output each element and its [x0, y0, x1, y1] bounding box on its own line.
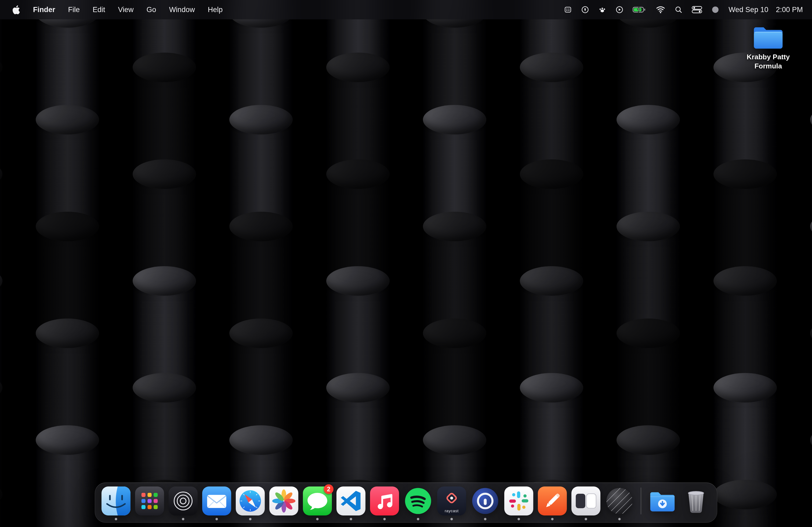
wallpaper-cylinder — [810, 318, 812, 440]
wallpaper-cylinder — [0, 160, 2, 281]
running-indicator — [249, 518, 251, 520]
dock-item-trash[interactable] — [682, 486, 710, 515]
spotlight-search-icon[interactable] — [675, 6, 683, 14]
dock-item-striped-sphere-app[interactable] — [605, 486, 634, 515]
wallpaper-cylinder — [133, 52, 196, 174]
running-indicator — [619, 518, 621, 520]
wallpaper-cylinder — [229, 318, 293, 440]
wallpaper — [0, 0, 812, 527]
dock-divider — [641, 487, 641, 514]
dock-item-music[interactable] — [370, 486, 399, 515]
running-indicator — [551, 518, 554, 520]
dock-item-launchpad[interactable] — [135, 486, 164, 515]
running-indicator — [182, 518, 185, 520]
downloads-folder-icon — [648, 486, 677, 515]
running-indicator — [484, 518, 487, 520]
menu-file[interactable]: File — [62, 6, 86, 14]
launchpad-icon — [135, 486, 164, 515]
battery-charging-icon[interactable] — [633, 6, 647, 13]
wallpaper-cylinder — [229, 212, 293, 333]
finder-icon — [102, 486, 130, 515]
wallpaper-cylinder — [713, 266, 777, 388]
running-indicator — [451, 518, 453, 520]
wallpaper-cylinder — [617, 212, 680, 333]
wallpaper-cylinder — [0, 373, 2, 494]
apple-menu-icon[interactable] — [9, 5, 23, 14]
photos-icon — [269, 486, 298, 515]
running-indicator — [518, 518, 520, 520]
menu-bar-time[interactable]: 2:00 PM — [776, 6, 803, 14]
wallpaper-cylinder — [423, 105, 486, 226]
mail-icon — [202, 486, 231, 515]
wallpaper-cylinder — [423, 318, 486, 440]
wallpaper-cylinder — [326, 160, 390, 281]
grid-icon[interactable] — [564, 6, 572, 14]
wallpaper-cylinder — [520, 160, 583, 281]
dock-item-messages[interactable]: 2 — [303, 486, 332, 515]
dock-item-safari[interactable] — [236, 486, 265, 515]
menu-bar: Finder File Edit View Go Window Help — [0, 0, 812, 19]
raycast-label: raycast — [437, 509, 466, 513]
account-circle-icon[interactable] — [711, 6, 719, 14]
keyhole-icon[interactable] — [581, 6, 589, 14]
raycast-icon: raycast — [437, 486, 466, 515]
dock-item-pen-app[interactable] — [538, 486, 567, 515]
menu-window[interactable]: Window — [163, 6, 201, 14]
running-indicator — [350, 518, 352, 520]
wallpaper-cylinder — [133, 160, 196, 281]
wallpaper-cylinder — [713, 373, 777, 494]
wallpaper-cylinder — [713, 52, 777, 174]
wallpaper-cylinder — [520, 373, 583, 494]
wallpaper-cylinder — [617, 318, 680, 440]
menu-view[interactable]: View — [112, 6, 140, 14]
concentric-rings-app-icon — [169, 486, 198, 515]
wallpaper-cylinder — [0, 266, 2, 388]
wallpaper-cylinder — [229, 105, 293, 226]
running-indicator — [115, 518, 117, 520]
paw-icon[interactable] — [598, 6, 606, 14]
wallpaper-cylinder — [0, 52, 2, 174]
wallpaper-cylinder — [520, 266, 583, 388]
play-circle-icon[interactable] — [615, 6, 624, 14]
spotify-icon — [404, 486, 433, 515]
control-center-icon[interactable] — [692, 6, 702, 14]
menu-help[interactable]: Help — [201, 6, 229, 14]
wallpaper-cylinder — [36, 105, 99, 226]
wallpaper-cylinder — [36, 212, 99, 333]
wallpaper-cylinder — [133, 266, 196, 388]
running-indicator — [316, 518, 319, 520]
wallpaper-cylinder — [326, 266, 390, 388]
desktop-screen: Finder File Edit View Go Window Help — [0, 0, 812, 527]
dock-item-concentric-rings-app[interactable] — [169, 486, 198, 515]
menu-go[interactable]: Go — [140, 6, 163, 14]
wallpaper-cylinder — [133, 373, 196, 494]
dock-item-mail[interactable] — [202, 486, 231, 515]
dock-item-downloads-folder[interactable] — [648, 486, 677, 515]
dock: 2raycast — [95, 482, 717, 523]
dock-item-photos[interactable] — [269, 486, 298, 515]
wallpaper-cylinder — [713, 160, 777, 281]
running-indicator — [216, 518, 218, 520]
menu-bar-status-area: Wed Sep 10 2:00 PM — [564, 6, 803, 14]
dock-item-spotify[interactable] — [404, 486, 433, 515]
dock-item-split-panels-app[interactable] — [571, 486, 600, 515]
wallpaper-cylinder — [326, 373, 390, 494]
dock-item-1password[interactable] — [471, 486, 500, 515]
dock-item-finder[interactable] — [102, 486, 130, 515]
folder-icon — [752, 25, 784, 50]
wallpaper-cylinder — [617, 105, 680, 226]
menu-edit[interactable]: Edit — [86, 6, 112, 14]
menu-bar-date[interactable]: Wed Sep 10 — [728, 6, 768, 14]
wifi-icon[interactable] — [656, 6, 665, 14]
striped-sphere-app-icon — [605, 486, 634, 515]
dock-item-slack[interactable] — [504, 486, 533, 515]
wallpaper-cylinder — [423, 212, 486, 333]
dock-item-vscode[interactable] — [336, 486, 365, 515]
menu-app-name[interactable]: Finder — [27, 6, 62, 14]
wallpaper-cylinder — [520, 52, 583, 174]
running-indicator — [585, 518, 587, 520]
dock-item-raycast[interactable]: raycast — [437, 486, 466, 515]
running-indicator — [383, 518, 386, 520]
running-indicator — [417, 518, 419, 520]
desktop-folder-krabby-patty[interactable]: Krabby Patty Formula — [740, 25, 797, 71]
